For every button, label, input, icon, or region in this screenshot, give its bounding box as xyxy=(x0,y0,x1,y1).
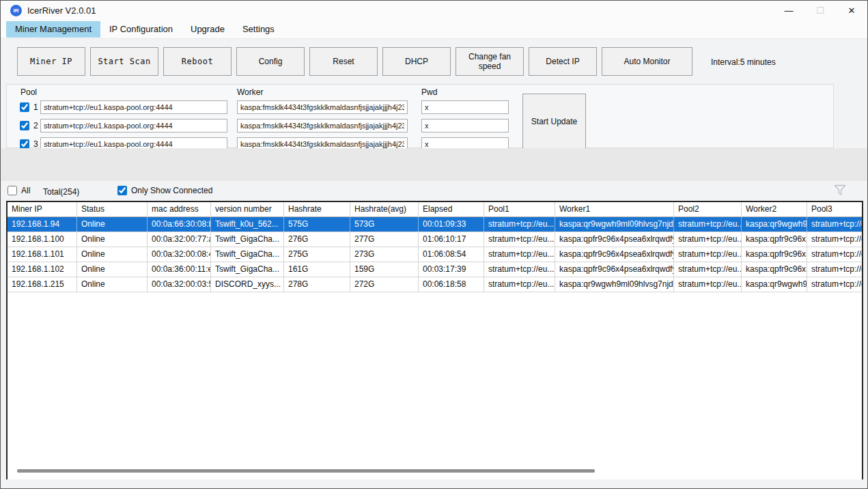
pwd-input-2[interactable] xyxy=(421,119,509,132)
column-header-elapsed[interactable]: Elapsed xyxy=(419,202,484,217)
column-header-worker2[interactable]: Worker2 xyxy=(742,202,807,217)
column-header-pool2[interactable]: Pool2 xyxy=(674,202,742,217)
table-header-row: Miner IPStatusmac addressversion numberH… xyxy=(8,202,862,217)
pool-row-number: 1 xyxy=(33,102,38,112)
window-title: IcerRiver V2.0.01 xyxy=(27,5,96,16)
filter-funnel-icon[interactable] xyxy=(833,184,847,197)
table-cell: kaspa:qpfr9c96x... xyxy=(742,247,807,262)
table-cell: Tswift_GigaCha... xyxy=(211,232,284,247)
table-row[interactable]: 192.168.1.102Online00:0a:36:00:11:eaTswi… xyxy=(8,262,862,277)
pwd-input-1[interactable] xyxy=(421,100,509,114)
table-cell: Online xyxy=(77,247,148,262)
table-row[interactable]: 192.168.1.94Online00:0a:66:30:08:bdTswif… xyxy=(8,217,862,232)
table-row[interactable]: 192.168.1.215Online00:0a:32:00:03:56DISC… xyxy=(8,277,862,292)
detect-ip-button[interactable]: Detect IP xyxy=(529,47,597,76)
horizontal-scrollbar[interactable] xyxy=(10,469,859,474)
table-cell: stratum+tcp://eu... xyxy=(674,217,742,232)
tab-settings[interactable]: Settings xyxy=(234,21,283,38)
worker-input-1[interactable] xyxy=(237,100,408,114)
table-cell: kaspa:qpfr9c96x... xyxy=(742,262,807,277)
table-cell: stratum+tcp://eu... xyxy=(674,262,742,277)
pool-row-number: 3 xyxy=(33,139,38,149)
table-cell: stratum+tcp://eu... xyxy=(484,217,555,232)
tab-miner-management[interactable]: Miner Management xyxy=(6,21,100,38)
table-cell: stratum+tcp://eu... xyxy=(807,277,863,292)
all-checkbox[interactable] xyxy=(8,186,17,195)
table-cell: 273G xyxy=(350,247,419,262)
reset-button[interactable]: Reset xyxy=(309,47,378,76)
table-cell: stratum+tcp://eu... xyxy=(484,277,555,292)
column-header-worker1[interactable]: Worker1 xyxy=(555,202,674,217)
table-cell: DISCORD_xyys... xyxy=(211,277,284,292)
column-header-mac-address[interactable]: mac address xyxy=(148,202,211,217)
table-cell: kaspa:qpfr9c96x4psea6xlrqwdfyj... xyxy=(555,232,674,247)
close-button[interactable]: ✕ xyxy=(836,1,867,20)
table-cell: Tswift_GigaCha... xyxy=(211,247,284,262)
table-cell: Online xyxy=(77,262,148,277)
column-header-version-number[interactable]: version number xyxy=(211,202,284,217)
pool-2-checkbox[interactable] xyxy=(20,121,29,130)
table-cell: stratum+tcp://eu... xyxy=(484,247,555,262)
bottom-strip xyxy=(1,479,867,488)
worker-input-2[interactable] xyxy=(237,119,408,132)
toolbar: Miner IPStart ScanRebootConfigResetDHCPC… xyxy=(17,47,697,76)
column-header-status[interactable]: Status xyxy=(77,202,148,217)
start-update-button[interactable]: Start Update xyxy=(522,94,586,150)
only-show-connected-item[interactable]: Only Show Connected xyxy=(117,186,212,195)
table-row[interactable]: 192.168.1.100Online00:0a:32:00:77:a9Tswi… xyxy=(8,232,862,247)
table-cell: stratum+tcp://eu... xyxy=(807,247,863,262)
table-cell: stratum+tcp://eu... xyxy=(674,232,742,247)
table-cell: Online xyxy=(77,232,148,247)
pool-url-input-2[interactable] xyxy=(40,119,227,132)
minimize-button[interactable]: — xyxy=(773,1,804,20)
column-header-hashrate-avg[interactable]: Hashrate(avg) xyxy=(350,202,419,217)
start-scan-button[interactable]: Start Scan xyxy=(90,47,158,76)
pool-row-2: 2 xyxy=(7,119,833,132)
column-header-pool1[interactable]: Pool1 xyxy=(484,202,555,217)
table-cell: 00:06:18:58 xyxy=(419,277,484,292)
table-row[interactable]: 192.168.1.101Online00:0a:32:00:08:42Tswi… xyxy=(8,247,862,262)
table-cell: 00:0a:32:00:08:42 xyxy=(148,247,211,262)
app-window: IR IcerRiver V2.0.01 — ☐ ✕ Miner Managem… xyxy=(0,0,868,489)
pool-row-1: 1 xyxy=(7,100,833,114)
change-fan-speed-button[interactable]: Change fan speed xyxy=(456,47,524,76)
table-cell: kaspa:qr9wgwh9... xyxy=(742,277,807,292)
tab-ip-configuration[interactable]: IP Configuration xyxy=(100,21,182,38)
all-checkbox-item[interactable]: All xyxy=(8,186,30,195)
table-cell: kaspa:qpfr9c96x... xyxy=(742,232,807,247)
all-label: All xyxy=(21,186,30,195)
table-cell: kaspa:qpfr9c96x4psea6xlrqwdfyj... xyxy=(555,262,674,277)
reboot-button[interactable]: Reboot xyxy=(163,47,232,76)
column-header-pool3[interactable]: Pool3 xyxy=(807,202,863,217)
dhcp-button[interactable]: DHCP xyxy=(382,47,451,76)
column-header-miner-ip[interactable]: Miner IP xyxy=(8,202,77,217)
table-cell: 192.168.1.102 xyxy=(8,262,77,277)
config-button[interactable]: Config xyxy=(236,47,305,76)
tab-upgrade[interactable]: Upgrade xyxy=(182,21,234,38)
worker-column-label: Worker xyxy=(237,87,263,97)
pool-1-checkbox[interactable] xyxy=(20,102,29,112)
only-show-connected-checkbox[interactable] xyxy=(117,186,127,195)
only-show-connected-label: Only Show Connected xyxy=(131,186,212,195)
separator-band xyxy=(1,148,867,181)
horizontal-scrollbar-thumb[interactable] xyxy=(17,469,595,473)
table-cell: 275G xyxy=(284,247,350,262)
pool-3-checkbox[interactable] xyxy=(20,139,29,149)
auto-monitor-button[interactable]: Auto Monitor xyxy=(602,47,692,76)
table-body: 192.168.1.94Online00:0a:66:30:08:bdTswif… xyxy=(8,217,862,292)
table-cell: 01:06:10:17 xyxy=(419,232,484,247)
table-cell: 272G xyxy=(350,277,419,292)
maximize-button: ☐ xyxy=(804,1,836,20)
table-cell: 00:01:09:33 xyxy=(419,217,484,232)
table-cell: kaspa:qr9wgwh9... xyxy=(742,217,807,232)
table-cell: 00:0a:66:30:08:bd xyxy=(148,217,211,232)
table-cell: 161G xyxy=(284,262,350,277)
table-cell: 01:06:08:54 xyxy=(419,247,484,262)
table-cell: 278G xyxy=(284,277,350,292)
miner-ip-button[interactable]: Miner IP xyxy=(17,47,85,76)
column-header-hashrate[interactable]: Hashrate xyxy=(284,202,350,217)
pool-row-number: 2 xyxy=(33,121,38,130)
app-logo-icon: IR xyxy=(10,5,22,16)
table-cell: Tswift_k0u_562... xyxy=(211,217,284,232)
pool-url-input-1[interactable] xyxy=(40,100,227,114)
